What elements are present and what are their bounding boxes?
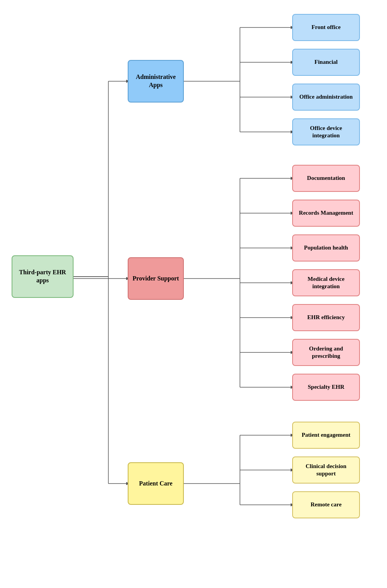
office-device-label: Office device integration bbox=[297, 125, 355, 140]
admin-label: Administrative Apps bbox=[132, 73, 179, 89]
population-label: Population health bbox=[304, 244, 348, 252]
patient-engagement-label: Patient engagement bbox=[301, 431, 350, 439]
specialty-label: Specialty EHR bbox=[308, 383, 344, 391]
sub-medical-device: Medical device integration bbox=[292, 269, 360, 296]
root-node: Third-party EHR apps bbox=[12, 255, 74, 298]
sub-ordering: Ordering and prescribing bbox=[292, 339, 360, 366]
provider-label: Provider Support bbox=[133, 275, 179, 283]
sub-ehr-efficiency: EHR efficiency bbox=[292, 304, 360, 331]
remote-care-label: Remote care bbox=[310, 501, 341, 509]
financial-label: Financial bbox=[314, 58, 337, 66]
sub-office-admin: Office administration bbox=[292, 84, 360, 111]
clinical-decision-label: Clinical decision support bbox=[297, 463, 355, 478]
front-office-label: Front office bbox=[312, 24, 341, 31]
sub-remote-care: Remote care bbox=[292, 491, 360, 518]
medical-device-label: Medical device integration bbox=[297, 275, 355, 291]
ehr-efficiency-label: EHR efficiency bbox=[307, 314, 345, 321]
patient-category-node: Patient Care bbox=[128, 462, 184, 505]
sub-front-office: Front office bbox=[292, 14, 360, 41]
sub-records: Records Management bbox=[292, 200, 360, 227]
sub-specialty: Specialty EHR bbox=[292, 374, 360, 401]
sub-office-device: Office device integration bbox=[292, 118, 360, 145]
patient-label: Patient Care bbox=[139, 480, 172, 488]
sub-patient-engagement: Patient engagement bbox=[292, 422, 360, 449]
provider-category-node: Provider Support bbox=[128, 257, 184, 300]
documentation-label: Documentation bbox=[307, 174, 345, 182]
diagram: Third-party EHR apps Administrative Apps… bbox=[0, 0, 387, 588]
sub-population: Population health bbox=[292, 234, 360, 262]
office-admin-label: Office administration bbox=[300, 93, 353, 101]
admin-category-node: Administrative Apps bbox=[128, 60, 184, 103]
sub-documentation: Documentation bbox=[292, 165, 360, 192]
sub-financial: Financial bbox=[292, 49, 360, 76]
records-label: Records Management bbox=[299, 209, 353, 217]
sub-clinical-decision: Clinical decision support bbox=[292, 456, 360, 484]
ordering-label: Ordering and prescribing bbox=[297, 345, 355, 360]
root-label: Third-party EHR apps bbox=[16, 268, 69, 285]
